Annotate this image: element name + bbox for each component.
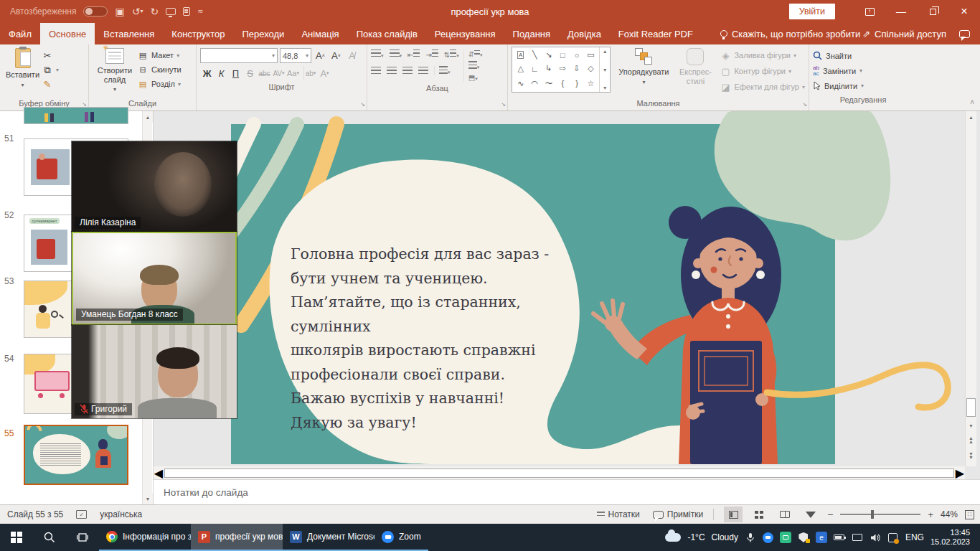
slide-text-block[interactable]: Головна професія для вас зараз - бути уч… bbox=[291, 242, 599, 435]
taskbar-app-chrome[interactable]: Інформація про за... bbox=[99, 524, 191, 551]
thumbnails-scroll-up-icon[interactable]: ▲ bbox=[143, 111, 153, 123]
redo-icon[interactable]: ↻ bbox=[150, 6, 159, 17]
tab-file[interactable]: Файл bbox=[0, 23, 40, 44]
tab-help[interactable]: Довідка bbox=[559, 23, 610, 44]
increase-font-icon[interactable]: A˄ bbox=[314, 49, 327, 63]
taskbar-app-word[interactable]: W Документ Microso... bbox=[283, 524, 374, 551]
keyboard-language-label[interactable]: ENG bbox=[905, 532, 924, 542]
clear-format-icon[interactable]: A̸ bbox=[345, 49, 359, 63]
tab-review[interactable]: Рецензування bbox=[426, 23, 504, 44]
restore-button[interactable] bbox=[917, 0, 948, 23]
weather-temp[interactable]: -1°C bbox=[687, 532, 705, 542]
align-right-icon[interactable] bbox=[402, 67, 413, 75]
volume-icon[interactable] bbox=[870, 532, 881, 543]
next-slide-icon[interactable]: ▼▼ bbox=[966, 450, 976, 461]
layout-button[interactable]: ▤Макет▾ bbox=[137, 48, 182, 62]
tab-view[interactable]: Подання bbox=[504, 23, 560, 44]
zoom-in-icon[interactable]: + bbox=[928, 509, 933, 520]
start-presentation-icon[interactable] bbox=[166, 8, 176, 15]
notes-toggle-button[interactable]: Нотатки bbox=[597, 509, 640, 519]
thumbnail-slide-55-selected[interactable] bbox=[24, 425, 128, 485]
fit-to-window-icon[interactable]: ⛶ bbox=[965, 510, 974, 519]
scroll-down-icon[interactable]: ▼ bbox=[966, 420, 976, 431]
font-color-button[interactable]: А▾ bbox=[318, 66, 331, 80]
shapes-gallery[interactable]: A ╲ ↘ □ ○ ▭ △ ∟ ↳ ⇨ ⇩ ◇ ∿ ◠ 〜 bbox=[512, 47, 611, 93]
close-button[interactable]: × bbox=[948, 0, 980, 23]
zoom-slider[interactable] bbox=[840, 514, 920, 515]
previous-slide-icon[interactable]: ▲▲ bbox=[966, 434, 976, 446]
thumbnail-slide-50-partial[interactable] bbox=[24, 107, 128, 124]
find-button[interactable]: Знайти bbox=[813, 48, 913, 63]
italic-button[interactable]: К bbox=[215, 66, 228, 80]
video-participant-3[interactable]: Григорий bbox=[72, 325, 237, 418]
security-shield-icon[interactable] bbox=[798, 532, 809, 543]
messenger-tray-icon[interactable] bbox=[780, 532, 791, 543]
tell-me-box[interactable]: Скажіть, що потрібно зробити bbox=[720, 23, 860, 44]
replace-button[interactable]: abac Замінити▾ bbox=[813, 63, 913, 78]
tab-insert[interactable]: Вставлення bbox=[95, 23, 163, 44]
slideshow-view-button[interactable] bbox=[801, 507, 820, 522]
horizontal-scrollbar[interactable]: ◀ ▶ bbox=[154, 466, 965, 479]
share-button[interactable]: ⇗ Спільний доступ bbox=[862, 29, 946, 39]
font-dialog-launcher[interactable]: ↘ bbox=[360, 101, 365, 108]
scroll-up-icon[interactable]: ▲ bbox=[966, 111, 976, 123]
drawing-dialog-launcher[interactable]: ↘ bbox=[802, 101, 807, 108]
line-spacing-icon[interactable]: ⇅▾ bbox=[444, 50, 459, 59]
save-icon[interactable]: ▣ bbox=[115, 6, 124, 17]
select-button[interactable]: Виділити▾ bbox=[813, 78, 913, 93]
section-button[interactable]: ▤Розділ▾ bbox=[137, 77, 182, 91]
increase-indent-icon[interactable]: ⇥ bbox=[425, 50, 438, 59]
taskbar-app-zoom[interactable]: Zoom bbox=[374, 524, 428, 551]
format-painter-button[interactable]: ✎ bbox=[42, 77, 59, 91]
vertical-scroll-thumb[interactable] bbox=[966, 398, 976, 417]
reading-view-button[interactable] bbox=[776, 507, 794, 522]
zoom-slider-thumb[interactable] bbox=[871, 510, 874, 519]
ribbon-display-options-button[interactable]: ↑ bbox=[854, 0, 885, 23]
taskbar-clock[interactable]: 13:45 15.02.2023 bbox=[930, 528, 974, 547]
collapse-ribbon-icon[interactable]: ˄ bbox=[970, 98, 974, 106]
comments-icon[interactable] bbox=[959, 30, 970, 38]
slide-editing-area[interactable]: Головна професія для вас зараз - бути уч… bbox=[154, 111, 965, 466]
language-label[interactable]: українська bbox=[100, 509, 142, 519]
autosave-toggle[interactable] bbox=[83, 6, 108, 17]
task-view-button[interactable] bbox=[66, 524, 99, 551]
horizontal-scroll-track[interactable] bbox=[164, 468, 954, 478]
copy-button[interactable]: ⧉▾ bbox=[42, 62, 59, 77]
font-name-combo[interactable]: ▾ bbox=[200, 48, 278, 63]
tab-design[interactable]: Конструктор bbox=[163, 23, 233, 44]
shape-effects-button[interactable]: ◪Ефекти для фігур▾ bbox=[720, 80, 805, 94]
shapes-more-icon[interactable]: ▼ bbox=[603, 85, 608, 90]
bullets-icon[interactable]: ▾ bbox=[371, 50, 384, 59]
start-button[interactable] bbox=[0, 524, 33, 551]
numbering-icon[interactable]: ▾ bbox=[390, 50, 402, 59]
strikethrough-button[interactable]: S bbox=[243, 66, 257, 80]
minimize-button[interactable]: — bbox=[885, 0, 917, 23]
slide-sorter-view-button[interactable] bbox=[750, 507, 768, 522]
smartart-icon[interactable]: ⬒▾ bbox=[468, 73, 483, 82]
vertical-scrollbar[interactable]: ▲ ▼ ▲▲ ▼▼ bbox=[965, 111, 976, 466]
align-center-icon[interactable] bbox=[387, 67, 397, 75]
video-participant-1[interactable]: Лілія Казаріна bbox=[72, 141, 237, 232]
tab-home[interactable]: Основне bbox=[40, 23, 95, 44]
customize-qat-icon[interactable]: ≂ bbox=[197, 8, 203, 15]
weather-condition[interactable]: Cloudy bbox=[712, 532, 738, 542]
thumbnails-scroll-down-icon[interactable]: ▼ bbox=[143, 493, 153, 504]
zoom-tray-icon[interactable] bbox=[763, 532, 773, 543]
spellcheck-icon[interactable]: ✓ bbox=[76, 510, 87, 519]
network-icon[interactable] bbox=[852, 532, 863, 543]
text-direction-icon[interactable]: ⇵▾ bbox=[468, 50, 483, 58]
zoom-out-icon[interactable]: − bbox=[827, 509, 833, 520]
char-spacing-button[interactable]: AV▾ bbox=[272, 66, 286, 80]
shadow-button[interactable]: abc bbox=[258, 66, 271, 80]
reset-button[interactable]: ⊟Скинути bbox=[137, 62, 182, 77]
touch-mode-icon[interactable] bbox=[183, 7, 190, 16]
taskbar-app-powerpoint[interactable]: P професії укр мова... bbox=[191, 524, 283, 551]
weather-icon[interactable] bbox=[665, 533, 681, 542]
arrange-button[interactable]: Упорядкувати▾ bbox=[616, 47, 671, 87]
notes-pane[interactable]: Нотатки до слайда bbox=[154, 479, 980, 504]
cut-button[interactable]: ✂ bbox=[42, 48, 59, 62]
new-slide-button[interactable]: Створити слайд▾ bbox=[93, 47, 137, 94]
microphone-tray-icon[interactable] bbox=[745, 532, 756, 543]
zoom-video-panel[interactable]: Лілія Казаріна Уманець Богдан 8 класс Гр… bbox=[72, 141, 237, 418]
zoom-level-label[interactable]: 44% bbox=[941, 509, 958, 519]
